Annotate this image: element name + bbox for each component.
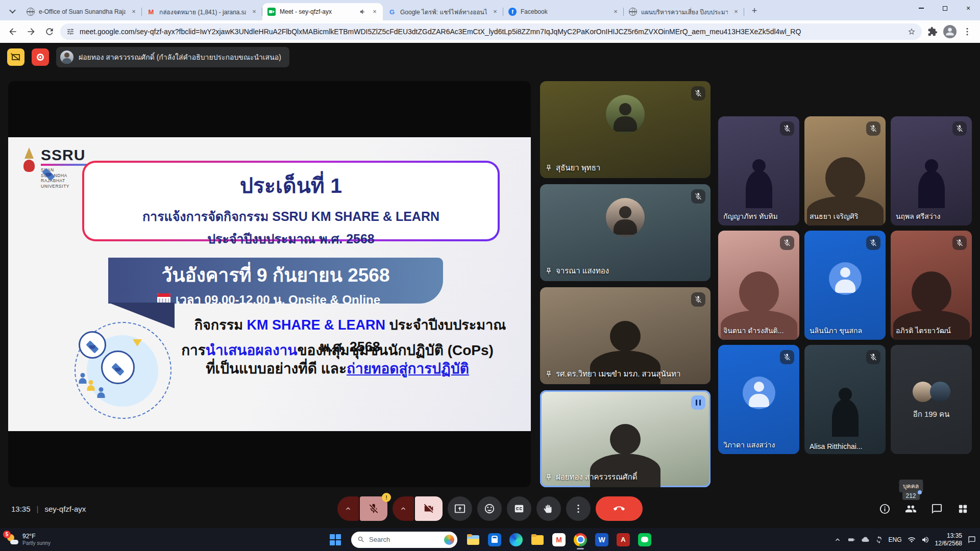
word-icon[interactable] <box>595 533 608 546</box>
raise-hand-button[interactable] <box>536 496 561 521</box>
bookmark-star-icon[interactable] <box>908 28 916 36</box>
participant-tile[interactable]: Alisa Ritthichai... <box>804 345 886 454</box>
mic-options-chevron[interactable] <box>337 496 359 521</box>
media-indicator-icon <box>691 395 705 410</box>
folder-icon[interactable] <box>531 533 544 546</box>
person-icon <box>79 373 87 384</box>
browser-tab[interactable]: e-Office of Suan Sunandha Raja× <box>21 3 142 20</box>
tab-title: แผนบริหารความเสี่ยง ปีงบประมาณ พ <box>641 7 728 17</box>
tab-close-icon[interactable]: × <box>250 8 258 16</box>
tab-close-icon[interactable]: × <box>611 8 620 16</box>
taskbar-search[interactable]: Search <box>351 532 457 548</box>
end-call-button[interactable] <box>596 496 643 521</box>
tray-cloud-icon[interactable] <box>861 536 869 544</box>
apps-grid-icon[interactable] <box>957 503 969 515</box>
acrobat-icon[interactable] <box>617 533 630 546</box>
notification-icon[interactable] <box>968 536 976 544</box>
extensions-icon[interactable] <box>925 24 940 39</box>
overflow-count-label: อีก 199 คน <box>891 408 972 420</box>
more-options-button[interactable] <box>566 496 591 521</box>
participant-tile[interactable]: ฝอยทอง สาครวรรณศักดิ์ <box>540 390 710 487</box>
participant-tile[interactable]: รศ.ดร.วิทยา เมฆขำ มรภ. สวนสุนันทา <box>540 287 710 384</box>
microsoft-store-icon[interactable] <box>488 533 501 546</box>
search-highlight-icon[interactable] <box>444 535 454 545</box>
browser-tab[interactable]: กล่องจดหมาย (1,841) - jarana.sa@× <box>142 3 262 20</box>
presenter-banner[interactable]: ฝอยทอง สาครวรรณศักดิ์ (กำลังใส่คำอธิบายป… <box>56 47 289 67</box>
participant-tile[interactable]: อีก 199 คน <box>891 345 972 454</box>
participant-video-silhouette <box>918 170 945 208</box>
wifi-icon[interactable] <box>908 536 916 544</box>
slide-date: วันอังคารที่ 9 กันยายน 2568 <box>108 258 443 290</box>
participant-tile[interactable]: สนธยา เจริญศิริ <box>804 116 886 226</box>
participant-tile[interactable]: กัญญาภัทร ทับทิม <box>718 116 799 226</box>
logo-acronym: SSRU <box>41 147 101 163</box>
tray-sync-icon[interactable] <box>875 536 883 544</box>
participant-tile[interactable]: อภิรติ ไตรยาวัฒน์ <box>891 231 972 340</box>
hidden-icons-chevron[interactable] <box>834 536 842 544</box>
participant-tile[interactable]: จินตนา ดำรงสันติ... <box>718 231 799 340</box>
camera-options-chevron[interactable] <box>393 496 414 521</box>
reactions-button[interactable] <box>477 496 502 521</box>
participant-tile[interactable]: นลินนิภา ขุนสกล <box>804 231 886 340</box>
refresh-icon[interactable] <box>42 24 57 39</box>
forward-icon[interactable] <box>23 24 39 39</box>
browser-tab[interactable]: แผนบริหารความเสี่ยง ปีงบประมาณ พ× <box>624 3 744 20</box>
browser-tab[interactable]: Google ไดรฟ์: แชร์ไฟล์ทางออนไลน์× <box>383 3 503 20</box>
line-icon[interactable] <box>638 533 651 546</box>
tab-close-icon[interactable]: × <box>491 8 499 16</box>
close-button[interactable]: × <box>957 0 980 16</box>
chrome-icon[interactable] <box>574 533 587 546</box>
address-bar[interactable]: meet.google.com/sey-qfzf-ayx?fbclid=IwY2… <box>60 23 922 40</box>
participant-video-silhouette <box>739 271 779 313</box>
globe-icon <box>27 8 35 16</box>
profile-avatar[interactable] <box>943 25 957 38</box>
camera-off-button[interactable] <box>415 496 443 521</box>
mic-off-icon <box>691 292 705 307</box>
participant-tile[interactable]: สุธันยา พุทธา <box>540 81 710 178</box>
participant-video-silhouette <box>832 399 859 437</box>
tray-battery-icon[interactable] <box>847 536 855 544</box>
participant-tile[interactable]: นฤพล ศรีสว่าง <box>891 116 972 226</box>
participant-tile[interactable]: จารณา แสงทอง <box>540 184 710 281</box>
volume-icon[interactable] <box>921 536 929 544</box>
tab-close-icon[interactable]: × <box>371 8 379 16</box>
presentation-tile[interactable]: SSRU SUAN SUNANDHARAJABHAT UNIVERSITY ปร… <box>8 81 531 487</box>
tab-search-chevron-icon[interactable] <box>5 4 19 18</box>
presenter-avatar <box>60 51 74 64</box>
tab-close-icon[interactable]: × <box>732 8 740 16</box>
meet-icon <box>267 8 276 16</box>
default-avatar <box>829 262 862 295</box>
chat-button[interactable] <box>931 503 943 515</box>
tab-title: Google ไดรฟ์: แชร์ไฟล์ทางออนไลน์ <box>400 7 487 17</box>
taskbar-date: 12/6/2568 <box>935 540 962 547</box>
tab-close-icon[interactable]: × <box>130 8 138 16</box>
file-explorer-icon[interactable] <box>467 533 480 546</box>
taskbar-clock[interactable]: 13:35 12/6/2568 <box>935 532 962 547</box>
widgets-weather-button[interactable]: 5 92°F Partly sunny <box>0 533 51 546</box>
minimize-button[interactable] <box>910 0 933 16</box>
meeting-clock: 13:35 <box>11 505 31 513</box>
present-button[interactable] <box>448 496 472 521</box>
start-button[interactable] <box>329 533 342 546</box>
mic-off-icon <box>952 121 967 136</box>
site-settings-icon[interactable] <box>66 28 75 36</box>
pin-icon <box>545 473 552 481</box>
meeting-info-icon[interactable] <box>879 503 891 515</box>
tab-title: Facebook <box>521 8 607 15</box>
back-icon[interactable] <box>5 24 20 39</box>
mic-off-button[interactable]: ! <box>360 496 387 521</box>
participant-tile[interactable]: วิภาดา แสงสว่าง <box>718 345 799 454</box>
people-button[interactable]: บุคคล 212 <box>905 503 917 515</box>
maximize-button[interactable] <box>933 0 957 16</box>
browser-tab[interactable]: Meet - sey-qfzf-ayx× <box>262 3 383 20</box>
new-tab-button[interactable]: + <box>747 4 762 18</box>
language-indicator[interactable]: ENG <box>889 536 902 543</box>
windows-taskbar: 5 92°F Partly sunny Search ENG <box>0 528 980 551</box>
edge-icon[interactable] <box>509 533 523 546</box>
gmail-icon[interactable] <box>552 533 566 546</box>
browser-tab[interactable]: Facebook× <box>503 3 624 20</box>
meet-stage: SSRU SUAN SUNANDHARAJABHAT UNIVERSITY ปร… <box>0 71 980 489</box>
tab-audio-icon[interactable] <box>359 8 366 15</box>
menu-kebab-icon[interactable] <box>960 24 975 39</box>
captions-button[interactable] <box>507 496 531 521</box>
